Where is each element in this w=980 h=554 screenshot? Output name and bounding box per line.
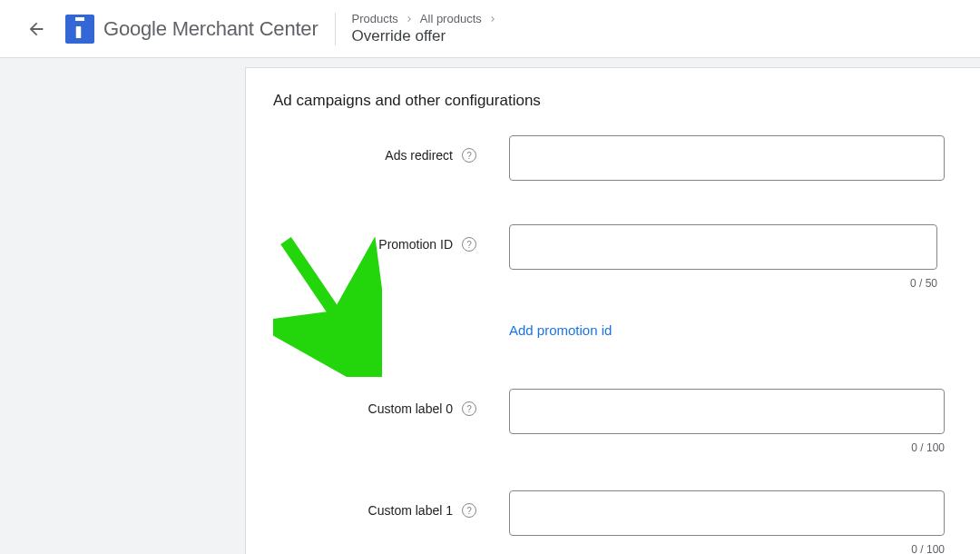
add-promotion-id-link[interactable]: Add promotion id <box>509 322 937 338</box>
divider <box>335 13 336 45</box>
chevron-right-icon <box>487 14 498 25</box>
breadcrumb-all-products[interactable]: All products <box>420 12 482 25</box>
content-container: Ad campaigns and other configurations Ad… <box>0 58 980 554</box>
promotion-id-label: Promotion ID <box>378 237 453 252</box>
help-icon[interactable]: ? <box>462 503 476 518</box>
help-icon[interactable]: ? <box>462 401 476 416</box>
app-header: Google Merchant Center Products All prod… <box>0 0 980 58</box>
promotion-id-input[interactable] <box>509 224 937 270</box>
custom-label-0-input[interactable] <box>509 389 945 434</box>
custom-label-1-label: Custom label 1 <box>368 503 453 518</box>
page-title: Override offer <box>352 27 500 45</box>
breadcrumb: Products All products <box>352 12 500 25</box>
main-panel: Ad campaigns and other configurations Ad… <box>245 67 980 554</box>
custom-label-1-input[interactable] <box>509 490 945 536</box>
field-promotion-id: Promotion ID ? 0 / 50 Add promotion id <box>273 224 953 338</box>
promotion-id-counter: 0 / 50 <box>509 277 937 290</box>
field-ads-redirect: Ads redirect ? <box>273 135 953 181</box>
ads-redirect-input[interactable] <box>509 135 945 181</box>
custom-label-0-counter: 0 / 100 <box>509 441 945 454</box>
help-icon[interactable]: ? <box>462 148 476 163</box>
ads-redirect-label: Ads redirect <box>385 148 453 163</box>
brand-title: Google Merchant Center <box>103 17 318 41</box>
field-custom-label-1: Custom label 1 ? 0 / 100 <box>273 490 953 554</box>
help-icon[interactable]: ? <box>462 237 476 252</box>
breadcrumb-products[interactable]: Products <box>352 12 398 25</box>
chevron-right-icon <box>404 14 415 25</box>
custom-label-1-counter: 0 / 100 <box>509 543 945 554</box>
field-custom-label-0: Custom label 0 ? 0 / 100 <box>273 389 953 454</box>
back-button[interactable] <box>18 11 54 47</box>
section-title: Ad campaigns and other configurations <box>273 92 953 110</box>
left-sidebar <box>0 58 245 554</box>
custom-label-0-label: Custom label 0 <box>368 401 453 416</box>
merchant-center-logo-icon <box>65 15 94 44</box>
arrow-left-icon <box>26 19 46 39</box>
breadcrumb-block: Products All products Override offer <box>352 12 500 45</box>
